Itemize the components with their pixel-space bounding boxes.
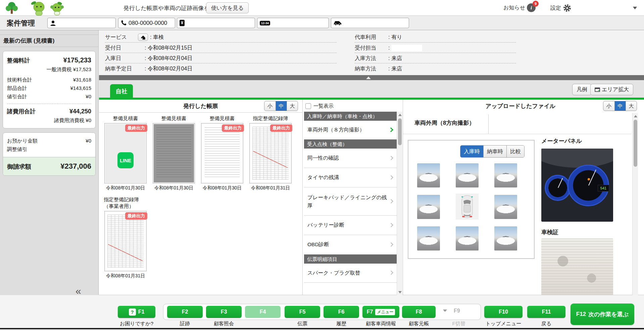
f6-button[interactable]: F6 — [324, 306, 359, 318]
documents-size-toggle[interactable]: 小 中 大 — [264, 101, 298, 111]
invoice-total-area: 御請求額 ¥237,006 — [3, 157, 95, 175]
inspection-item[interactable]: バッテリー診断 — [304, 216, 397, 235]
billing-input[interactable]: ¥ — [177, 18, 255, 28]
tab-compare[interactable]: 比較 — [506, 146, 524, 157]
inspection-item[interactable]: タイヤの残溝 — [304, 168, 397, 187]
tag-icon-button[interactable] — [138, 34, 148, 41]
inspection-item[interactable]: 同一性の確認 — [304, 149, 397, 168]
area-expand-button[interactable]: エリア拡大 — [590, 84, 633, 95]
size-medium[interactable]: 中 — [276, 101, 287, 111]
gear-icon[interactable] — [562, 3, 572, 13]
divider — [7, 104, 91, 104]
tab-delivery[interactable]: 納車時 — [483, 146, 506, 157]
document-card[interactable]: 整備見積書 最終出力 令和08年01月30日 — [200, 115, 244, 191]
document-thumbnail[interactable] — [153, 123, 195, 183]
scroll-down-button[interactable] — [397, 289, 403, 295]
deposit-value: ¥0 — [86, 138, 91, 144]
inspection-item[interactable]: ブレーキパッド／ライニングの残厚 — [304, 187, 397, 216]
tab-own-company[interactable]: 自社 — [110, 84, 133, 98]
files-scrollbar[interactable] — [632, 113, 638, 295]
car-rear-photo[interactable] — [456, 226, 479, 251]
loaner-car-row: 代車利用 : 有り — [355, 33, 516, 42]
size-small[interactable]: 小 — [603, 101, 614, 111]
document-thumbnail-line[interactable]: LINE 最終出力 — [104, 123, 147, 183]
help-button[interactable]: 使い方を見る — [206, 2, 249, 13]
document-card[interactable]: 指定整備記録簿 最終出力 令和08年01月31日 — [249, 115, 292, 191]
document-card[interactable]: 整備見積書 LINE 最終出力 令和08年01月30日 — [104, 115, 147, 191]
notifications[interactable]: お知らせ i 9 — [503, 3, 536, 12]
scroll-up-button[interactable] — [397, 112, 403, 118]
inspection-item[interactable]: 車両外周（８方向撮影） — [304, 121, 397, 140]
car-icon — [334, 20, 342, 26]
certificate-label: 車検証 — [541, 228, 558, 236]
f11-button[interactable]: F11 — [527, 306, 565, 318]
customer-name-input[interactable] — [47, 18, 116, 28]
car-rear-right-photo[interactable] — [494, 226, 517, 251]
expenses-tax: 諸費用消費税 ¥0 — [7, 117, 91, 124]
f5-button[interactable]: F5 — [285, 306, 320, 318]
size-small[interactable]: 小 — [264, 101, 276, 111]
f9-key: F9 — [454, 308, 460, 314]
tab-checkin[interactable]: 入庫時 — [460, 146, 483, 157]
sidebar-collapse-button[interactable]: « — [76, 288, 81, 294]
legend-button[interactable]: 凡例 — [572, 84, 592, 95]
delivery-method-row: 納車方法 : 来店 — [355, 64, 516, 73]
chevron-right-icon — [389, 175, 393, 179]
photo-compare-tabs[interactable]: 入庫時 納車時 比較 — [460, 145, 525, 158]
document-card[interactable]: 整備見積書 令和08年01月30日 — [152, 115, 196, 191]
certificate-photo[interactable] — [541, 238, 613, 295]
files-size-toggle[interactable]: 小 中 大 — [603, 101, 637, 111]
calendar-icon: 12-34 — [260, 21, 270, 25]
size-medium[interactable]: 中 — [614, 101, 626, 111]
car-rear-left-photo[interactable] — [417, 226, 440, 251]
car-front-left-photo[interactable] — [417, 163, 440, 187]
f8-button[interactable]: F8 — [402, 306, 436, 318]
case-header: 案件管理 080-0000-0000 ¥ 12-34 — [0, 16, 644, 30]
f7-button[interactable]: F7 メニュー — [362, 306, 399, 318]
inspection-item[interactable]: OBD診断 — [304, 235, 397, 255]
list-view-checkbox[interactable] — [305, 103, 311, 109]
assistant-bar: 発行した帳票や車両の証跡画像を確認できるよ。 使い方を見る お知らせ i 9 設… — [0, 0, 644, 16]
document-card[interactable]: 指定整備記録簿（事業者用） 最終出力 令和08年01月31日 — [104, 196, 147, 279]
maintenance-total-label: 整備料計 — [7, 57, 30, 64]
document-title: 指定整備記録簿（事業者用） — [104, 196, 147, 210]
document-thumbnail[interactable]: 最終出力 — [201, 123, 243, 183]
f1-button[interactable]: ? F1 — [118, 306, 155, 318]
f2-button[interactable]: F2 — [167, 306, 203, 318]
menu-caret-icon[interactable] — [633, 7, 637, 9]
inspection-item[interactable]: スパーク・プラグ取替 — [304, 264, 397, 283]
f4-button[interactable]: F4 — [245, 306, 281, 318]
car-left-side-photo[interactable] — [417, 195, 440, 219]
scrollbar-thumb[interactable] — [398, 118, 402, 145]
service-info-panel: サービス : 車検 受付日 : 令和08年02月15日 入庫日 : 令和08年0… — [99, 30, 644, 75]
labor-total-label: 技術料合計 — [7, 77, 32, 83]
car-right-side-photo[interactable] — [494, 195, 517, 219]
f12-button[interactable]: F12 次の作業を選ぶ — [571, 304, 634, 325]
vehicle-input[interactable] — [331, 18, 409, 28]
info-icon[interactable]: i 9 — [527, 3, 536, 12]
inspection-scrollbar[interactable] — [397, 112, 402, 295]
meter-panel-photo[interactable]: 541 — [541, 149, 613, 222]
panel-collapse-bar[interactable] — [99, 75, 644, 80]
document-thumbnail[interactable]: 最終出力 — [249, 123, 292, 183]
document-thumbnail[interactable]: 最終出力 — [104, 211, 147, 271]
divider — [99, 112, 302, 113]
list-view-toggle[interactable]: 一覧表示 — [305, 103, 334, 109]
phone-input[interactable]: 080-0000-0000 — [118, 18, 175, 28]
f10-button[interactable]: F10 — [484, 306, 523, 318]
car-front-right-photo[interactable] — [494, 163, 517, 187]
meter-panel-label: メーターパネル — [541, 137, 582, 145]
size-large[interactable]: 大 — [626, 101, 637, 111]
expenses-total-value: ¥44,250 — [69, 108, 91, 115]
size-large[interactable]: 大 — [287, 101, 298, 111]
scroll-up-button[interactable] — [633, 113, 638, 119]
date-input[interactable]: 12-34 — [257, 18, 329, 28]
f3-button[interactable]: F3 — [206, 306, 242, 318]
car-top-view-diagram[interactable] — [456, 194, 479, 220]
f9-dropdown-icon[interactable] — [443, 310, 447, 312]
settings[interactable]: 設定 — [550, 3, 572, 13]
content-area: 発行した帳票 小 中 大 整備見積書 LINE 最終出力 令和08年01月30日… — [99, 100, 644, 295]
car-front-photo[interactable] — [456, 163, 479, 187]
settings-label: 設定 — [550, 5, 561, 12]
scrollbar-thumb[interactable] — [634, 120, 637, 167]
